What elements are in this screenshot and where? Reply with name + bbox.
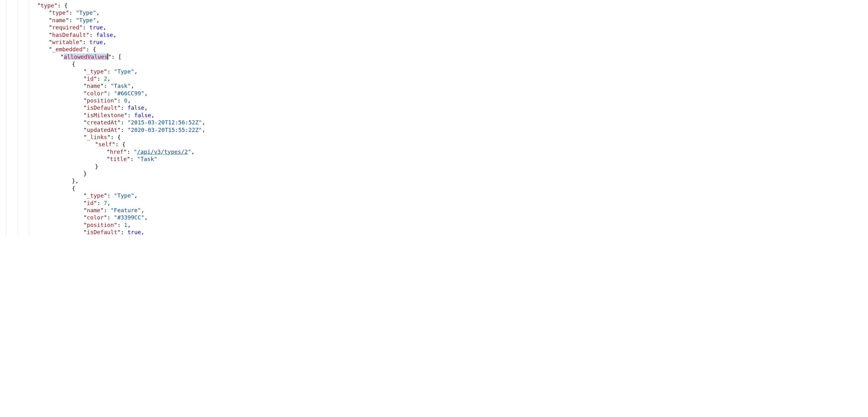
quote: " xyxy=(95,141,98,148)
code-line[interactable]: "type": "Type", xyxy=(2,9,868,16)
json-key: title xyxy=(110,156,127,162)
code-line[interactable]: } xyxy=(2,170,868,177)
code-line[interactable]: "isMilestone": false, xyxy=(2,112,868,119)
code-line[interactable]: "writable": true, xyxy=(2,38,868,46)
quote: " xyxy=(84,75,87,82)
json-key: writable xyxy=(52,39,80,45)
punctuation: : xyxy=(117,221,124,228)
code-line[interactable]: "position": 0, xyxy=(2,97,868,104)
json-link[interactable]: /api/v3/types/2 xyxy=(137,148,188,155)
punctuation: , xyxy=(134,192,138,199)
quote: " xyxy=(66,9,69,16)
json-key: createdAt xyxy=(87,119,118,126)
code-line[interactable]: "color": "#3399CC", xyxy=(2,214,868,221)
punctuation: , xyxy=(127,97,131,104)
code-line[interactable]: "allowedValues": [ xyxy=(2,53,868,60)
json-number: 2 xyxy=(104,75,107,82)
punctuation: : xyxy=(107,90,114,97)
quote: " xyxy=(83,46,86,53)
punctuation: , xyxy=(144,90,148,97)
code-line[interactable]: "isDefault": true, xyxy=(2,229,868,236)
code-line[interactable]: "required": true, xyxy=(2,24,868,31)
code-line[interactable]: "color": "#66CC99", xyxy=(2,90,868,97)
code-line[interactable]: } xyxy=(2,163,868,170)
quote: " xyxy=(80,24,83,31)
json-key: updatedAt xyxy=(87,127,118,133)
code-line[interactable]: "createdAt": "2015-03-20T12:56:52Z", xyxy=(2,119,868,126)
punctuation: : { xyxy=(111,134,121,140)
quote: " xyxy=(84,192,87,199)
code-line[interactable]: "href": "/api/v3/types/2", xyxy=(2,148,868,155)
quote: " xyxy=(106,156,110,162)
quote: " xyxy=(114,221,118,228)
json-key: id xyxy=(87,75,94,82)
punctuation: : xyxy=(121,229,127,235)
code-line[interactable]: { xyxy=(2,185,868,192)
punctuation: : xyxy=(127,112,134,118)
json-string: Type xyxy=(117,192,131,199)
punctuation: : { xyxy=(86,46,96,53)
code-line[interactable]: { xyxy=(2,60,868,67)
punctuation: , xyxy=(134,68,138,75)
punctuation: } xyxy=(95,163,98,170)
json-key: _type xyxy=(87,68,104,75)
quote: " xyxy=(76,17,80,24)
json-key: name xyxy=(87,83,100,89)
quote: " xyxy=(117,229,121,235)
code-line[interactable]: "name": "Task", xyxy=(2,82,868,89)
json-boolean: true xyxy=(127,229,141,235)
json-boolean: true xyxy=(89,24,103,31)
quote: " xyxy=(141,90,144,97)
quote: " xyxy=(49,32,52,38)
punctuation: , xyxy=(107,200,111,206)
code-line[interactable]: "id": 7, xyxy=(2,200,868,207)
json-key: _embedded xyxy=(52,46,83,53)
code-line[interactable]: "name": "Feature", xyxy=(2,207,868,214)
punctuation: : xyxy=(130,156,137,162)
code-content[interactable]: "type": {"type": "Type","name": "Type","… xyxy=(2,2,868,236)
quote: " xyxy=(84,221,87,228)
code-line[interactable]: "id": 2, xyxy=(2,75,868,82)
quote: " xyxy=(94,75,97,82)
json-string: #66CC99 xyxy=(117,90,141,97)
quote: " xyxy=(137,207,141,213)
punctuation: , xyxy=(141,207,144,213)
code-line[interactable]: "type": { xyxy=(2,2,868,9)
json-number: 0 xyxy=(124,97,127,104)
json-string: Task xyxy=(140,156,154,162)
quote: " xyxy=(123,148,127,155)
punctuation: , xyxy=(151,112,155,118)
quote: " xyxy=(117,105,121,111)
code-line[interactable]: "updatedAt": "2020-03-20T15:55:22Z", xyxy=(2,126,868,133)
json-number: 7 xyxy=(104,200,107,206)
punctuation: : xyxy=(69,9,76,16)
code-line[interactable]: }, xyxy=(2,177,868,184)
code-line[interactable]: "hasDefault": false, xyxy=(2,31,868,38)
punctuation: : xyxy=(104,207,111,213)
code-line[interactable]: "position": 1, xyxy=(2,221,868,229)
json-key: _links xyxy=(87,134,107,140)
json-key: position xyxy=(87,97,114,104)
quote: " xyxy=(127,127,131,133)
code-line[interactable]: "self": { xyxy=(2,141,868,148)
quote: " xyxy=(112,141,115,148)
code-line[interactable]: "_type": "Type", xyxy=(2,192,868,199)
quote: " xyxy=(134,148,137,155)
code-line[interactable]: "name": "Type", xyxy=(2,17,868,24)
quote: " xyxy=(86,32,89,38)
quote: " xyxy=(104,192,107,199)
json-key-selected[interactable]: allowedValues xyxy=(64,54,108,60)
punctuation: { xyxy=(72,185,75,191)
quote: " xyxy=(117,119,121,126)
json-string: 2020-03-20T15:55:22Z xyxy=(131,127,199,133)
punctuation: : { xyxy=(115,141,126,148)
json-code-viewer[interactable]: "type": {"type": "Type","name": "Type","… xyxy=(0,0,868,236)
code-line[interactable]: "title": "Task" xyxy=(2,155,868,162)
code-line[interactable]: "_type": "Type", xyxy=(2,68,868,75)
code-line[interactable]: "_embedded": { xyxy=(2,46,868,53)
code-line[interactable]: "isDefault": false, xyxy=(2,104,868,111)
json-key: required xyxy=(52,24,80,31)
punctuation: : xyxy=(107,68,114,75)
code-line[interactable]: "_links": { xyxy=(2,133,868,141)
json-key: color xyxy=(87,90,104,97)
